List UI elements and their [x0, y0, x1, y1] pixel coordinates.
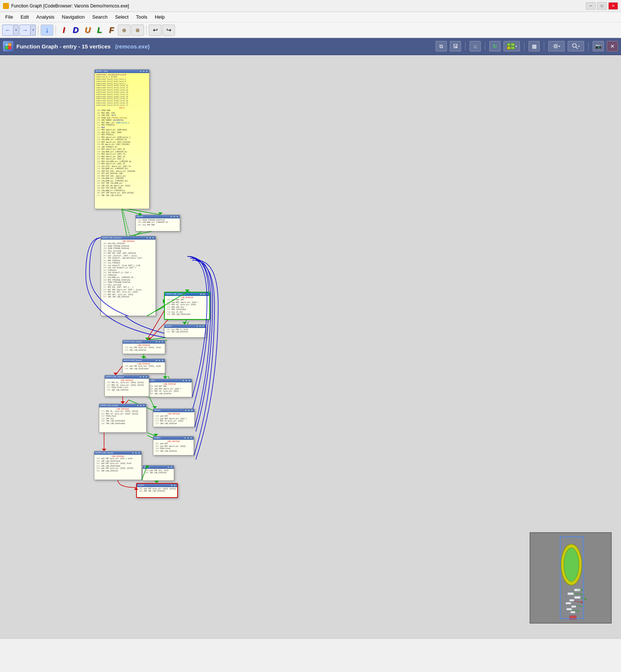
node-9-min[interactable]: ─ [139, 376, 142, 378]
node-8-close[interactable]: × [188, 379, 191, 382]
node-entry-content: undefined__atcdallentryvoid undefined AL… [95, 73, 149, 198]
tab-refresh-button[interactable]: ↻ [489, 41, 501, 51]
node-7-min[interactable]: ─ [155, 359, 158, 362]
node-14-min[interactable]: ─ [167, 466, 170, 468]
node-6-max[interactable]: □ [158, 341, 161, 343]
node-11[interactable]: ENTRY:LAB_Unkown ─ □ × LAB_C041Fe0 _57A … [99, 404, 147, 433]
tab-home-button[interactable]: ⌂ [470, 41, 481, 51]
node-2-close[interactable]: × [176, 215, 179, 218]
node-13-max[interactable]: □ [135, 452, 137, 454]
target1-button[interactable]: ⊕ [118, 25, 131, 36]
node-4[interactable]: ENTRY:LAB_Unknown ─ □ × LAB_C041Fe0 _52A… [164, 292, 210, 320]
node-3-min[interactable]: ─ [146, 237, 148, 239]
node-10[interactable]: ENTRY ─ □ × LAB_C041Fe0 _56D add ENT _57… [153, 408, 195, 427]
node-3-close[interactable]: × [152, 237, 154, 239]
node-4-max[interactable]: □ [203, 293, 205, 295]
node-7-max[interactable]: □ [158, 359, 161, 362]
tab-zoom-button[interactable]: ▾ [568, 41, 584, 51]
node-10-min[interactable]: ─ [185, 409, 187, 411]
node-7[interactable]: ENTRY:LAB_Unkown ─ □ × LAB_C041Fe0 _548 … [122, 359, 165, 373]
forward-dropdown[interactable]: ▾ [31, 25, 36, 36]
d-button[interactable]: D [70, 25, 81, 36]
l-button[interactable]: L [94, 25, 105, 36]
node-14-close[interactable]: × [170, 466, 173, 468]
node-entry-min[interactable]: ─ [139, 70, 142, 72]
node-2-max[interactable]: □ [173, 215, 176, 218]
node-9[interactable]: ENTRY:LAB_Unkown ─ □ × LAB_C041Fe0 _55A … [104, 375, 149, 397]
maximize-button[interactable]: □ [597, 2, 607, 10]
node-3[interactable]: ENTRY:LAB_Unknown ─ □ × LAB_C041Fe0 _4E0… [101, 236, 156, 316]
menu-edit[interactable]: Edit [17, 13, 32, 21]
forward-button[interactable]: → [19, 25, 31, 36]
menu-help[interactable]: Help [151, 13, 169, 21]
node-9-max[interactable]: □ [142, 376, 145, 378]
node-10-close[interactable]: × [191, 409, 193, 411]
f-button[interactable]: F [106, 25, 117, 36]
node-entry-titlebar: ENTRY : entry ─ □ × [95, 70, 149, 73]
target2-button[interactable]: ⊗ [131, 25, 144, 36]
menu-navigation[interactable]: Navigation [58, 13, 88, 21]
undo-button[interactable]: ↩ [149, 25, 161, 36]
node-11-close[interactable]: × [142, 404, 145, 407]
minimize-button[interactable]: ─ [586, 2, 596, 10]
tab-save-button[interactable]: 🖫 [450, 41, 461, 51]
tab-copy-button[interactable]: ⧉ [436, 41, 447, 51]
node-13-min[interactable]: ─ [132, 452, 134, 454]
node-15-min[interactable]: ─ [170, 484, 173, 486]
node-6[interactable]: ENTRY:LAB_Unkown ─ □ × LAB_C041Fe0 _542 … [122, 340, 165, 354]
node-entry-close[interactable]: × [145, 70, 148, 72]
node-7-close[interactable]: × [161, 359, 164, 362]
menu-search[interactable]: Search [88, 13, 111, 21]
node-5-close[interactable]: × [202, 325, 204, 327]
tab-grid-button[interactable]: ▦ [529, 41, 540, 51]
node-entry-max[interactable]: □ [142, 70, 145, 72]
node-8[interactable]: ENTRY ─ □ × LAB_C041Fe0 _54D add ENT ENC… [147, 379, 192, 397]
node-8-min[interactable]: ─ [182, 379, 185, 382]
node-11-titlebar: ENTRY:LAB_Unkown ─ □ × [99, 404, 146, 407]
node-2-min[interactable]: ─ [170, 215, 173, 218]
node-4-close[interactable]: × [206, 293, 208, 295]
node-14[interactable]: ENTRY ─ × _5B0 add CMF 0x1, 0x22 _5B3 JN… [142, 465, 174, 481]
svg-line-10 [576, 47, 578, 49]
node-6-close[interactable]: × [161, 341, 164, 343]
node-12-max[interactable]: □ [187, 437, 189, 439]
node-8-max[interactable]: □ [185, 379, 188, 382]
node-5-max[interactable]: □ [199, 325, 201, 327]
tab-close-button[interactable]: ✕ [607, 41, 618, 51]
back-dropdown[interactable]: ▾ [13, 25, 19, 36]
node-13-close[interactable]: × [138, 452, 140, 454]
node-6-min[interactable]: ─ [155, 341, 158, 343]
node-11-max[interactable]: □ [139, 404, 142, 407]
node-13[interactable]: ENTRY:LAB_Unkown ─ □ × LAB_C041Fe0 _59E … [94, 451, 142, 480]
node-3-max[interactable]: □ [149, 237, 151, 239]
tab-screenshot-button[interactable]: 📷 [593, 41, 604, 51]
main-canvas[interactable]: ENTRY : entry ─ □ × undefined__atcdallen… [0, 55, 621, 638]
svg-rect-1 [8, 43, 11, 46]
back-button[interactable]: ← [2, 25, 13, 36]
node-11-min[interactable]: ─ [137, 404, 139, 407]
node-12-min[interactable]: ─ [184, 437, 186, 439]
close-button[interactable]: ✕ [608, 2, 618, 10]
down-arrow-button[interactable]: ↓ [41, 25, 53, 36]
node-4-min[interactable]: ─ [200, 293, 202, 295]
node-15-close[interactable]: × [173, 484, 176, 486]
node-10-max[interactable]: □ [188, 409, 190, 411]
tab-layout-button[interactable]: ▾ [504, 41, 520, 51]
menu-file[interactable]: File [1, 13, 17, 21]
u-button[interactable]: U [82, 25, 93, 36]
redo-button[interactable]: ↪ [162, 25, 175, 36]
node-12-close[interactable]: × [190, 437, 192, 439]
node-5-min[interactable]: ─ [196, 325, 198, 327]
i-button[interactable]: I [58, 25, 69, 36]
node-2[interactable]: ENTRY ─ □ × _4D0 PUSH PTR2AB_C34f3f13 _4… [135, 215, 180, 231]
menu-analysis[interactable]: Analysis [32, 13, 58, 21]
node-12[interactable]: ENTRY ─ □ × LAB_C041Fe0 _591 add ENT _59… [153, 436, 194, 455]
menu-tools[interactable]: Tools [132, 13, 151, 21]
node-9-close[interactable]: × [145, 376, 148, 378]
node-entry[interactable]: ENTRY : entry ─ □ × undefined__atcdallen… [94, 69, 150, 209]
tab-settings-button[interactable]: ▾ [548, 41, 565, 51]
node-9-titlebar: ENTRY:LAB_Unkown ─ □ × [105, 375, 149, 379]
node-5[interactable]: ENTRY ─ □ × _53E ela CMF 0, 0x22 _540 JN… [164, 324, 206, 338]
node-15[interactable]: ENTRY ─ × _5B5 add CMF byte.ptr [010] [0… [136, 483, 178, 498]
menu-select[interactable]: Select [111, 13, 132, 21]
